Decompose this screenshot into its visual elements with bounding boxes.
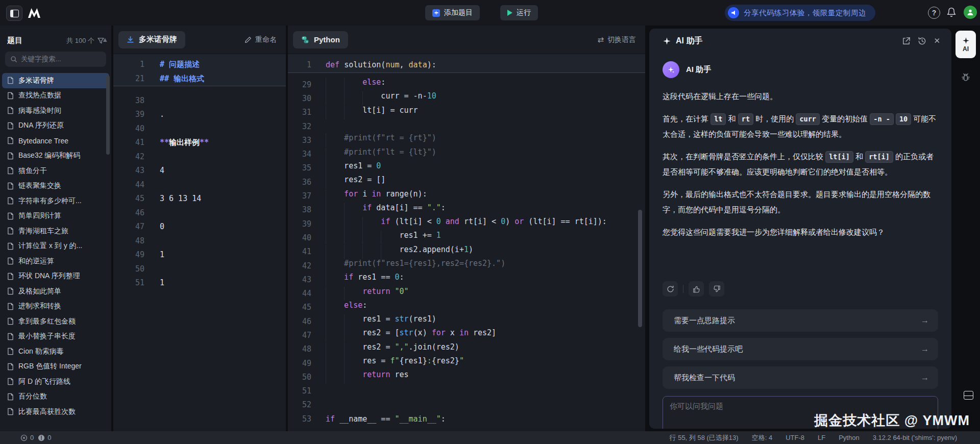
- code-line[interactable]: 47res2 = [str(x) for x in res2]: [288, 328, 645, 342]
- code-line[interactable]: 51: [288, 384, 645, 398]
- description-line[interactable]: 41**输出样例**: [113, 136, 286, 150]
- code-line[interactable]: 29else:: [288, 78, 645, 91]
- user-avatar[interactable]: [964, 6, 977, 19]
- code-line[interactable]: 46res1 = str(res1): [288, 314, 645, 328]
- switch-language-button[interactable]: ⇄ 切换语言: [597, 35, 636, 44]
- errors-indicator[interactable]: 0: [20, 434, 34, 441]
- description-line[interactable]: 1# 问题描述: [113, 57, 286, 71]
- description-line[interactable]: 453 6 13 14: [113, 192, 286, 206]
- sidebar-item[interactable]: Base32 编码和解码: [2, 149, 109, 164]
- code-line[interactable]: 44return "0": [288, 286, 645, 300]
- sidebar-item[interactable]: 简单四则计算: [2, 209, 109, 224]
- code-line[interactable]: 48res2 = ",".join(res2): [288, 342, 645, 356]
- code-line[interactable]: 43if res1 == 0:: [288, 273, 645, 286]
- sidebar-item[interactable]: 及格如此简单: [2, 284, 109, 299]
- description-line[interactable]: 40: [113, 121, 286, 136]
- description-line[interactable]: 46: [113, 206, 286, 220]
- sidebar-item[interactable]: 字符串有多少种可...: [2, 193, 109, 209]
- ai-suggestion-chip[interactable]: 帮我检查一下代码→: [663, 366, 938, 389]
- code-line[interactable]: 33#print(f"rt = {rt}"): [288, 133, 645, 147]
- description-line[interactable]: 42: [113, 150, 286, 164]
- thumbs-down-button[interactable]: [709, 281, 724, 297]
- description-line[interactable]: 21## 输出格式: [113, 71, 286, 86]
- sidebar-item[interactable]: 青海湖租车之旅: [2, 224, 109, 239]
- code-line[interactable]: 34#print(f"lt = {lt}"): [288, 147, 645, 161]
- code-line[interactable]: 52: [288, 398, 645, 412]
- sidebar-item[interactable]: 阿 D 的飞行路线: [2, 374, 109, 389]
- description-line[interactable]: 491: [113, 248, 286, 262]
- code-line[interactable]: 39if (lt[i] < 0 and rt[i] < 0) or (lt[i]…: [288, 217, 645, 231]
- editor-vertical-scrollbar[interactable]: [638, 210, 642, 327]
- regenerate-button[interactable]: [663, 281, 678, 297]
- marscode-logo-icon[interactable]: [27, 7, 42, 19]
- description-line[interactable]: 434: [113, 164, 286, 178]
- close-icon[interactable]: ✕: [934, 36, 940, 45]
- ai-suggestion-chip[interactable]: 需要一点思路提示→: [663, 309, 938, 332]
- sidebar-item[interactable]: 最小替换子串长度: [2, 329, 109, 344]
- code-line[interactable]: 49res = f"{res1}:{res2}": [288, 356, 645, 370]
- sidebar-scrollbar[interactable]: [106, 76, 110, 155]
- code-line[interactable]: 53if __name__ == "__main__":: [288, 412, 645, 426]
- sidebar-toggle-button[interactable]: [6, 6, 22, 21]
- code-line[interactable]: 38if data[i] == ".":: [288, 203, 645, 217]
- sidebar-item[interactable]: 比赛最高获胜次数: [2, 404, 109, 420]
- search-input[interactable]: 关键字搜索...: [5, 52, 106, 67]
- sidebar-item[interactable]: Cion 勒索病毒: [2, 344, 109, 359]
- warnings-indicator[interactable]: 0: [38, 434, 51, 441]
- description-line[interactable]: 50: [113, 262, 286, 276]
- description-line[interactable]: 38: [113, 93, 286, 108]
- ai-suggestion-chip[interactable]: 给我一些代码提示吧→: [663, 338, 938, 360]
- code-line[interactable]: 45else:: [288, 301, 645, 314]
- code-line[interactable]: 35res1 = 0: [288, 161, 645, 175]
- status-segment[interactable]: LF: [818, 434, 825, 441]
- sidebar-item[interactable]: 百分位数: [2, 389, 109, 405]
- notification-bell-icon[interactable]: [946, 7, 957, 18]
- description-line[interactable]: 39.: [113, 108, 286, 122]
- code-line[interactable]: 36res2 = []: [288, 175, 645, 189]
- sidebar-item[interactable]: 查找热点数据: [2, 88, 109, 104]
- problem-description-body[interactable]: 1# 问题描述21## 输出格式 3839.4041**输出样例**424344…: [113, 54, 286, 431]
- sidebar-item[interactable]: DNA 序列还原: [2, 118, 109, 134]
- code-line[interactable]: 31lt[i] = curr: [288, 106, 645, 119]
- code-line[interactable]: 1def solution(num, data):: [288, 57, 645, 72]
- export-chat-icon[interactable]: [902, 37, 911, 45]
- description-line[interactable]: 48: [113, 234, 286, 248]
- status-segment[interactable]: 行 55, 列 58 (已选择13): [670, 433, 739, 442]
- code-line[interactable]: 50return res: [288, 370, 645, 384]
- code-line[interactable]: 37for i in range(n):: [288, 189, 645, 203]
- help-icon[interactable]: ?: [928, 7, 940, 19]
- sidebar-item[interactable]: 猫鱼分干: [2, 163, 109, 179]
- panel-layout-icon[interactable]: [964, 391, 973, 400]
- code-line[interactable]: 40res1 += 1: [288, 231, 645, 244]
- code-line[interactable]: 30curr = -n-10: [288, 91, 645, 105]
- code-line[interactable]: 42#print(f"res1={res1},res2={res2}."): [288, 259, 645, 273]
- rename-button[interactable]: 重命名: [244, 35, 277, 44]
- sidebar-item[interactable]: 多米诺骨牌: [2, 73, 109, 88]
- sidebar-item[interactable]: 和的逆运算: [2, 254, 109, 269]
- sidebar-item[interactable]: 链表聚集交换: [2, 179, 109, 194]
- add-question-button[interactable]: 添加题目: [425, 5, 480, 20]
- status-segment[interactable]: 3.12.2 64-bit ('shims': pyenv): [873, 434, 957, 441]
- description-line[interactable]: 511: [113, 276, 286, 290]
- sidebar-item[interactable]: 计算位置 x 到 y 的...: [2, 239, 109, 254]
- description-line[interactable]: 44: [113, 178, 286, 192]
- scroll-up-arrow-icon[interactable]: ▲: [102, 36, 108, 43]
- debug-bug-icon[interactable]: [961, 72, 971, 83]
- status-segment[interactable]: Python: [839, 434, 859, 441]
- sidebar-item[interactable]: 环状 DNA 序列整理: [2, 269, 109, 284]
- status-segment[interactable]: 空格: 4: [752, 433, 772, 442]
- ai-rail-button[interactable]: AI: [955, 31, 976, 58]
- language-tab[interactable]: Python: [293, 31, 348, 48]
- history-icon[interactable]: [918, 37, 926, 45]
- sidebar-item[interactable]: 病毒感染时间: [2, 103, 109, 118]
- sidebar-item[interactable]: 拿到最多红包金额: [2, 314, 109, 329]
- problem-tab[interactable]: 多米诺骨牌: [118, 31, 185, 48]
- sidebar-item[interactable]: Bytedance Tree: [2, 133, 109, 149]
- description-line[interactable]: 470: [113, 220, 286, 234]
- code-line[interactable]: 41res2.append(i+1): [288, 245, 645, 259]
- run-button[interactable]: 运行: [500, 5, 538, 20]
- thumbs-up-button[interactable]: [689, 281, 704, 297]
- code-line[interactable]: 32: [288, 119, 645, 133]
- sidebar-item[interactable]: 进制求和转换: [2, 299, 109, 314]
- promo-banner[interactable]: 分享代码练习体验，领限量定制周边: [725, 5, 875, 21]
